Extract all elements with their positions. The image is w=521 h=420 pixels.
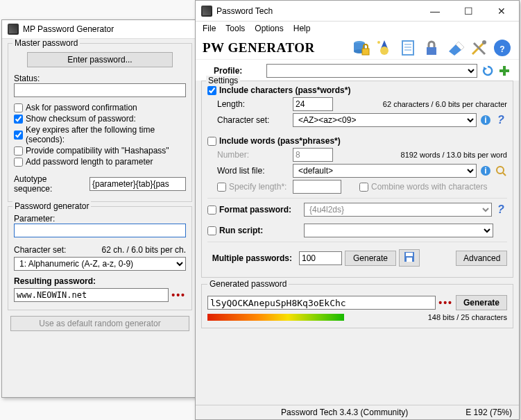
result-label: Resulting password: — [14, 276, 186, 286]
eraser-icon[interactable] — [445, 38, 465, 58]
length-label: Length: — [217, 99, 290, 109]
charset-help-icon[interactable]: ? — [495, 114, 507, 126]
mp-title: MP Password Generator — [23, 24, 114, 34]
status-center: Password Tech 3.4.3 (Community) — [281, 408, 408, 417]
menubar: File Tools Options Help — [196, 22, 519, 35]
charset-info-icon[interactable]: i — [479, 114, 492, 126]
wordlist-info-icon[interactable]: i — [479, 165, 492, 177]
svg-marker-19 — [484, 67, 487, 71]
wordlist-select[interactable]: <default> — [293, 164, 477, 178]
svg-text:?: ? — [499, 44, 504, 54]
svg-rect-7 — [402, 41, 413, 55]
minimize-button[interactable]: — — [423, 6, 447, 17]
words-stats: 8192 words / 13.0 bits per word — [336, 151, 507, 159]
pw-generator-heading: PW GENERATOR — [203, 40, 315, 56]
include-words-checkbox[interactable]: Include words (pass*phrases*) — [207, 136, 507, 146]
settings-label: Settings — [206, 76, 240, 85]
password-generator-group: Password generator Parameter: Character … — [8, 206, 192, 310]
profile-add-icon[interactable] — [498, 65, 511, 77]
help-icon[interactable]: ? — [493, 38, 512, 58]
entropy-bar — [207, 314, 409, 321]
enter-password-button[interactable]: Enter password... — [27, 52, 173, 67]
generated-label: Generated password — [207, 279, 289, 289]
svg-point-16 — [482, 40, 486, 44]
menu-options[interactable]: Options — [255, 24, 283, 33]
svg-point-5 — [380, 47, 388, 55]
profile-select[interactable] — [266, 64, 477, 78]
runscript-select[interactable] — [304, 224, 493, 237]
pt-titlebar: Password Tech — ☐ ✕ — [196, 1, 519, 22]
close-button[interactable]: ✕ — [490, 6, 513, 17]
generate-multi-button[interactable]: Generate — [345, 251, 396, 266]
length-spinner[interactable] — [293, 97, 333, 111]
default-rng-button: Use as default random generator — [10, 316, 189, 331]
combine-checkbox[interactable]: Combine words with characters — [359, 182, 487, 192]
pt-window: Password Tech — ☐ ✕ File Tools Options H… — [195, 0, 520, 420]
database-lock-icon[interactable] — [351, 38, 370, 58]
tools-icon[interactable] — [469, 38, 488, 58]
lock-icon[interactable] — [422, 38, 441, 58]
format-password-checkbox[interactable]: Format password: — [207, 205, 301, 215]
document-icon[interactable] — [398, 38, 418, 58]
advanced-button[interactable]: Advanced — [456, 251, 507, 266]
generate-button[interactable]: Generate — [456, 295, 507, 310]
app-icon — [8, 24, 19, 35]
chk-expires[interactable]: Key expires after the following time (se… — [14, 125, 186, 144]
autotype-label: Autotype sequence: — [14, 174, 87, 194]
format-help-icon[interactable]: ? — [495, 203, 507, 216]
profile-row: Profile: — [196, 60, 519, 81]
parameter-label: Parameter: — [14, 214, 186, 224]
svg-line-27 — [503, 173, 506, 176]
maximize-button[interactable]: ☐ — [456, 6, 480, 17]
mp-titlebar: MP Password Generator — [2, 20, 198, 39]
menu-file[interactable]: File — [203, 24, 216, 33]
format-select[interactable]: {4u4l2ds} — [304, 203, 492, 217]
statusbar: Password Tech 3.4.3 (Community) E 192 (7… — [196, 405, 519, 419]
status-label: Status: — [14, 74, 186, 83]
chk-addlen[interactable]: Add password length to parameter — [14, 157, 186, 167]
specify-length-checkbox[interactable]: Specify length*: — [217, 182, 290, 192]
multiple-label: Multiple passwords: — [207, 253, 296, 263]
wordlist-browse-icon[interactable] — [495, 165, 507, 177]
number-spinner[interactable] — [293, 148, 333, 162]
charset-select[interactable]: <AZ><az><09> — [293, 113, 477, 127]
generated-password-group: Generated password ••• Generate 148 bits… — [201, 279, 513, 328]
profile-refresh-icon[interactable] — [481, 65, 494, 77]
svg-rect-30 — [407, 258, 412, 262]
result-field[interactable] — [14, 288, 169, 302]
chk-checksum[interactable]: Show checksum of password: — [14, 114, 186, 124]
run-script-checkbox[interactable]: Run script: — [207, 226, 301, 235]
svg-rect-29 — [406, 253, 413, 256]
menu-help[interactable]: Help — [293, 24, 311, 33]
reveal-icon[interactable]: ••• — [171, 289, 186, 301]
gen-group-label: Password generator — [12, 201, 91, 211]
settings-group: Settings Include characters (pass*words*… — [201, 81, 513, 278]
number-label: Number: — [217, 150, 290, 160]
chk-hashapass[interactable]: Provide compatibility with "Hashapass" — [14, 146, 186, 156]
pt-title: Password Tech — [216, 6, 273, 16]
generated-field[interactable] — [207, 296, 436, 310]
toolbar: PW GENERATOR ? — [196, 35, 519, 60]
mp-charset-label: Character set: — [14, 245, 66, 255]
chk-confirm[interactable]: Ask for password confirmation — [14, 103, 186, 112]
reveal-generated-icon[interactable]: ••• — [438, 297, 453, 308]
svg-text:i: i — [484, 115, 486, 125]
include-characters-checkbox[interactable]: Include characters (pass*words*) — [207, 85, 507, 95]
master-password-group: Master password Enter password... Status… — [8, 43, 192, 202]
multiple-field[interactable] — [299, 251, 342, 265]
svg-point-26 — [497, 167, 504, 174]
svg-point-6 — [377, 41, 380, 44]
svg-rect-21 — [499, 69, 509, 72]
status-right: E 192 (75%) — [466, 408, 512, 417]
mp-charset-stats: 62 ch. / 6.0 bits per ch. — [102, 245, 186, 255]
autotype-field[interactable] — [89, 177, 186, 191]
status-field[interactable] — [14, 83, 186, 97]
menu-tools[interactable]: Tools — [225, 24, 245, 33]
profile-label: Profile: — [214, 66, 262, 76]
parameter-field[interactable] — [14, 224, 186, 237]
wizard-icon[interactable] — [375, 38, 394, 58]
specify-length-field[interactable] — [293, 180, 341, 194]
svg-text:i: i — [484, 166, 486, 176]
save-icon-button[interactable] — [399, 249, 420, 267]
mp-charset-select[interactable]: 1: Alphanumeric (A-Z, a-z, 0-9) — [14, 257, 186, 271]
